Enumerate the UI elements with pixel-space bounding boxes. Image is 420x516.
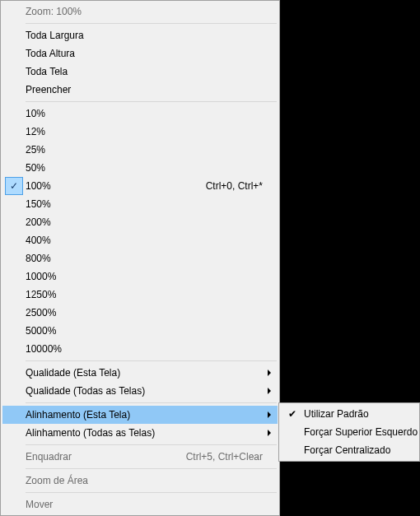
zoom-150-item[interactable]: 150% (2, 195, 278, 213)
align-default-label: Utilizar Padrão (304, 408, 418, 420)
zoom-header-label: Zoom: 100% (26, 6, 278, 17)
align-this-item[interactable]: Alinhamento (Esta Tela) (2, 406, 278, 424)
zoom-25-item[interactable]: 25% (2, 141, 278, 159)
zoom-800-item[interactable]: 800% (2, 249, 278, 267)
zoom-1000-item[interactable]: 1000% (2, 267, 278, 286)
align-topleft-label: Forçar Superior Esquerdo (304, 426, 420, 438)
separator (26, 492, 277, 493)
fit-width-item[interactable]: Toda Largura (2, 26, 278, 44)
zoom-50-label: 50% (26, 162, 278, 174)
fit-height-item[interactable]: Toda Altura (2, 44, 278, 63)
zoom-12-item[interactable]: 12% (2, 123, 278, 141)
fit-screen-label: Toda Tela (26, 66, 278, 77)
zoom-150-label: 150% (26, 198, 278, 210)
fit-screen-item[interactable]: Toda Tela (2, 63, 278, 81)
align-center-item[interactable]: Forçar Centralizado (281, 441, 418, 459)
zoom-25-label: 25% (26, 144, 278, 156)
check-icon: ✔ (288, 408, 296, 420)
submenu-arrow-icon (268, 430, 271, 436)
zoom-10000-label: 10000% (26, 343, 278, 355)
move-label: Mover (26, 499, 278, 510)
align-all-item[interactable]: Alinhamento (Todas as Telas) (2, 424, 278, 442)
frame-label: Enquadrar (26, 451, 186, 463)
area-zoom-label: Zoom de Área (26, 475, 278, 486)
frame-shortcut: Ctrl+5, Ctrl+Clear (186, 451, 278, 463)
move-item: Mover (2, 495, 278, 514)
fill-item[interactable]: Preencher (2, 81, 278, 99)
frame-item: Enquadrar Ctrl+5, Ctrl+Clear (2, 448, 278, 466)
zoom-1250-item[interactable]: 1250% (2, 286, 278, 304)
separator (26, 468, 277, 469)
separator (26, 402, 277, 403)
zoom-400-item[interactable]: 400% (2, 231, 278, 249)
zoom-5000-label: 5000% (26, 325, 278, 337)
align-all-label: Alinhamento (Todas as Telas) (26, 427, 278, 439)
align-center-label: Forçar Centralizado (304, 444, 418, 456)
align-this-label: Alinhamento (Esta Tela) (26, 409, 278, 421)
zoom-200-item[interactable]: 200% (2, 213, 278, 231)
zoom-header: Zoom: 100% (2, 2, 278, 21)
separator (26, 101, 277, 102)
submenu-arrow-icon (268, 388, 271, 394)
align-topleft-item[interactable]: Forçar Superior Esquerdo (281, 423, 418, 441)
zoom-100-shortcut: Ctrl+0, Ctrl+* (206, 180, 278, 192)
alignment-submenu: ✔ Utilizar Padrão Forçar Superior Esquer… (278, 402, 420, 462)
zoom-800-label: 800% (26, 253, 278, 264)
quality-this-label: Qualidade (Esta Tela) (26, 367, 278, 379)
quality-all-label: Qualidade (Todas as Telas) (26, 385, 278, 397)
zoom-2500-label: 2500% (26, 307, 278, 318)
zoom-100-item[interactable]: ✓ 100% Ctrl+0, Ctrl+* (2, 177, 278, 195)
fill-label: Preencher (26, 84, 278, 95)
fit-height-label: Toda Altura (26, 48, 278, 59)
zoom-400-label: 400% (26, 235, 278, 246)
fit-width-label: Toda Largura (26, 30, 278, 41)
zoom-12-label: 12% (26, 126, 278, 137)
zoom-1250-label: 1250% (26, 289, 278, 300)
zoom-10000-item[interactable]: 10000% (2, 340, 278, 358)
zoom-10-label: 10% (26, 108, 278, 119)
area-zoom-item: Zoom de Área (2, 472, 278, 490)
zoom-1000-label: 1000% (26, 271, 278, 282)
zoom-2500-item[interactable]: 2500% (2, 304, 278, 322)
submenu-arrow-icon (268, 370, 271, 376)
zoom-5000-item[interactable]: 5000% (2, 322, 278, 340)
zoom-10-item[interactable]: 10% (2, 105, 278, 123)
separator (26, 360, 277, 361)
zoom-context-menu: Zoom: 100% Toda Largura Toda Altura Toda… (0, 0, 280, 516)
separator (26, 444, 277, 445)
zoom-200-label: 200% (26, 216, 278, 228)
zoom-50-item[interactable]: 50% (2, 159, 278, 177)
quality-all-item[interactable]: Qualidade (Todas as Telas) (2, 382, 278, 400)
check-icon: ✓ (5, 177, 23, 195)
quality-this-item[interactable]: Qualidade (Esta Tela) (2, 364, 278, 382)
separator (26, 23, 277, 24)
submenu-arrow-icon (268, 411, 271, 418)
zoom-100-label: 100% (26, 180, 206, 192)
align-default-item[interactable]: ✔ Utilizar Padrão (281, 405, 418, 423)
